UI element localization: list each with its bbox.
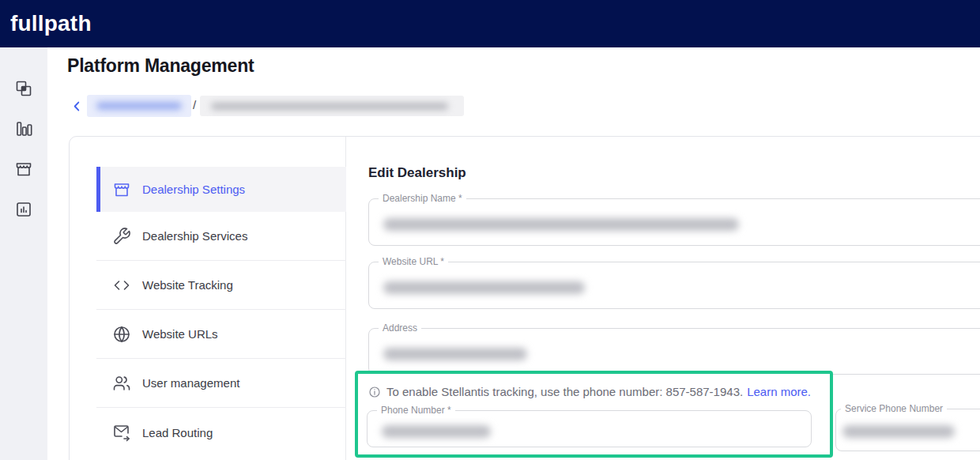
breadcrumb-parent-link-redacted[interactable] [87,95,191,117]
nav-item-label: Dealership Services [142,229,247,243]
storefront-icon[interactable] [14,160,33,179]
stellantis-highlight-box: To enable Stellantis tracking, use the p… [355,371,833,458]
globe-icon [112,325,131,344]
redacted-text-blur [96,102,182,110]
top-header-bar: fullpath [0,0,980,47]
breadcrumb-back-chevron-icon[interactable] [70,100,84,113]
settings-card: Dealership Settings Dealership Services … [69,136,980,460]
nav-item-label: Website Tracking [142,278,233,292]
nav-item-label: User management [142,376,239,390]
stellantis-notice-text: To enable Stellantis tracking, use the p… [386,385,743,398]
redacted-value-blur [383,281,585,294]
nav-item-label: Website URLs [142,327,218,341]
nav-item-lead-routing[interactable]: Lead Routing [96,408,346,457]
dealership-name-label: Dealership Name * [379,193,466,204]
dealership-name-input[interactable]: Dealership Name * [368,198,980,246]
service-phone-number-input[interactable]: Service Phone Number [835,409,980,451]
address-input[interactable]: Address [368,328,980,375]
icon-rail [0,47,47,460]
breadcrumb-current-redacted [200,96,464,116]
page-title: Platform Management [67,55,254,77]
nav-item-label: Lead Routing [142,426,213,439]
nav-item-user-management[interactable]: User management [96,359,346,408]
bar-chart-icon[interactable] [14,119,33,138]
form-heading: Edit Dealership [368,165,466,181]
address-label: Address [379,322,421,334]
users-icon [112,374,131,393]
learn-more-link[interactable]: Learn more. [747,385,811,398]
stellantis-notice: To enable Stellantis tracking, use the p… [368,385,811,398]
redacted-value-blur [382,425,491,438]
redacted-value-blur [842,425,955,438]
service-phone-number-label: Service Phone Number [841,403,947,414]
storefront-icon [112,180,131,199]
breadcrumb-separator: / [193,98,196,111]
mail-arrow-icon [112,423,131,442]
fullpath-logo: fullpath [10,11,92,36]
platform-management-page: fullpath Platform Management / D [0,0,980,460]
redacted-text-blur [211,103,448,110]
nav-item-website-tracking[interactable]: Website Tracking [96,261,346,310]
overlap-squares-icon[interactable] [14,79,33,98]
chart-box-icon[interactable] [14,200,33,219]
nav-item-label: Dealership Settings [142,183,245,196]
website-url-label: Website URL * [379,256,448,267]
nav-item-dealership-settings[interactable]: Dealership Settings [96,167,346,212]
website-url-input[interactable]: Website URL * [368,262,980,309]
redacted-value-blur [383,218,739,231]
code-icon [112,276,131,295]
wrench-icon [112,227,131,246]
nav-item-dealership-services[interactable]: Dealership Services [96,212,346,261]
nav-item-website-urls[interactable]: Website URLs [96,310,346,359]
phone-number-input[interactable]: Phone Number * [367,410,812,447]
info-icon [368,386,381,398]
settings-nav: Dealership Settings Dealership Services … [70,137,346,460]
phone-number-label: Phone Number * [377,405,455,416]
redacted-value-blur [383,348,527,360]
